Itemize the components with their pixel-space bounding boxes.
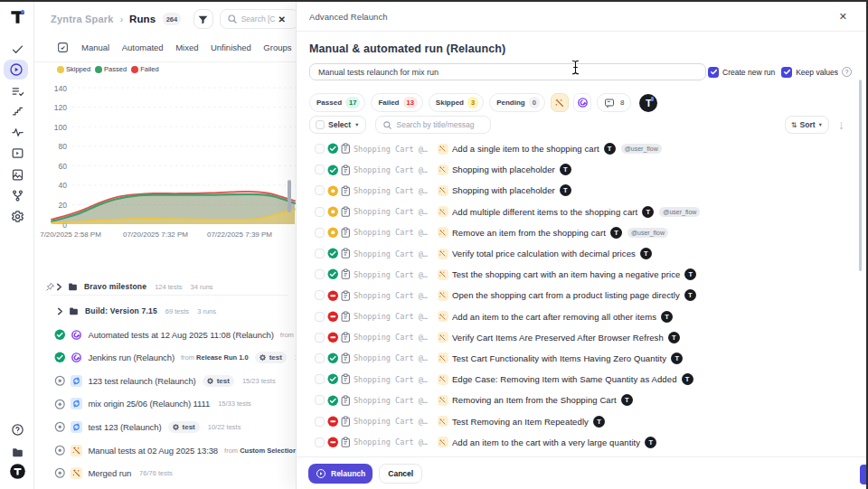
test-row[interactable]: Shopping Cart @… Add a single item to th… xyxy=(315,138,854,159)
test-title[interactable]: Add multiple different items to the shop… xyxy=(452,207,637,217)
group-name[interactable]: Build: Version 7.15 xyxy=(85,306,157,315)
checkbox-create-new-run[interactable] xyxy=(708,67,719,78)
run-title[interactable]: test 123 (Relaunch) xyxy=(89,422,162,432)
test-title[interactable]: Test Removing an Item Repeatedly xyxy=(452,417,589,427)
chip-pending[interactable]: Pending 0 xyxy=(489,93,545,112)
sort-dropdown[interactable]: ⇅ Sort ▼ xyxy=(785,116,829,134)
run-row[interactable]: Merged run 76/76 tests xyxy=(51,462,173,485)
run-title[interactable]: Manual tests at 02 Aug 2025 13:38 xyxy=(89,446,219,456)
test-checkbox[interactable] xyxy=(315,207,325,217)
tab-automated[interactable]: Automated xyxy=(122,42,164,52)
test-row[interactable]: Shopping Cart @… Test Cart Functionality… xyxy=(315,348,854,369)
test-title[interactable]: Verify Cart Items Are Preserved After Br… xyxy=(452,333,664,343)
test-row[interactable]: Shopping Cart @… Shopping with placehold… xyxy=(315,180,854,201)
run-title[interactable]: 123 test relaunch (Relaunch) xyxy=(89,376,196,386)
run-title[interactable]: mix origin 25/06 (Relaunch) 1111 xyxy=(89,399,211,409)
select-checkbox[interactable] xyxy=(316,120,325,129)
sidebar-item-branch[interactable] xyxy=(6,184,28,206)
cancel-button[interactable]: Cancel xyxy=(379,464,422,484)
test-checkbox[interactable] xyxy=(315,374,325,384)
test-row[interactable]: Shopping Cart @… Test the shopping cart … xyxy=(315,264,854,285)
test-title[interactable]: Shopping with placeholder xyxy=(452,165,555,174)
run-row[interactable]: mix origin 25/06 (Relaunch) 1111 15/33 t… xyxy=(51,392,251,416)
test-title[interactable]: Test Cart Functionality with Items Havin… xyxy=(452,353,666,363)
test-checkbox[interactable] xyxy=(315,417,325,427)
run-title[interactable]: Automated tests at 12 Aug 2025 11:08 (Re… xyxy=(89,330,274,340)
sidebar-item-pulse[interactable] xyxy=(6,121,28,143)
test-row[interactable]: Shopping Cart @… Verify total price calc… xyxy=(315,243,854,264)
runs-search-input[interactable]: Search [C ✕ xyxy=(220,9,299,29)
test-title[interactable]: Removing an Item from the Shopping Cart xyxy=(452,395,617,405)
test-checkbox[interactable] xyxy=(315,290,325,300)
test-title[interactable]: Add a single item to the shopping cart xyxy=(452,144,599,154)
sidebar-item-docs[interactable] xyxy=(6,164,28,185)
run-title[interactable]: Jenkins run (Relaunch) xyxy=(89,353,175,362)
sidebar-item-settings[interactable] xyxy=(6,206,28,228)
test-checkbox[interactable] xyxy=(315,228,325,238)
relaunch-button[interactable]: Relaunch xyxy=(308,464,373,484)
clear-search-icon[interactable]: ✕ xyxy=(278,14,285,24)
test-title[interactable]: Test the shopping cart with an item havi… xyxy=(452,269,681,279)
floating-widget-edge[interactable] xyxy=(860,465,866,484)
sidebar-item-profile[interactable] xyxy=(6,461,28,483)
run-title[interactable]: Merged run xyxy=(89,468,132,478)
select-runs-icon[interactable] xyxy=(57,42,69,53)
test-title[interactable]: Verify total price calculation with deci… xyxy=(452,249,636,259)
tests-search-input[interactable]: Search by title/messag xyxy=(375,116,491,134)
run-row[interactable]: Jenkins run (Relaunch) from Release Run … xyxy=(51,346,306,370)
test-row[interactable]: Shopping Cart @… Add an item to the cart… xyxy=(315,306,854,327)
chip-passed[interactable]: Passed 17 xyxy=(309,93,365,112)
chevron-right-icon[interactable] xyxy=(56,283,62,291)
test-checkbox[interactable] xyxy=(315,144,325,154)
tab-mixed[interactable]: Mixed xyxy=(175,42,198,52)
sidebar-item-runs-active[interactable] xyxy=(4,60,28,80)
help-icon[interactable]: ? xyxy=(842,67,852,77)
group-name[interactable]: Bravo milestone xyxy=(84,282,146,291)
chevron-right-icon[interactable] xyxy=(57,307,63,315)
test-title[interactable]: Edge Case: Removing Item with Same Quant… xyxy=(452,374,677,384)
test-checkbox[interactable] xyxy=(315,165,325,174)
test-checkbox[interactable] xyxy=(315,249,325,259)
test-checkbox[interactable] xyxy=(315,353,325,363)
tab-manual[interactable]: Manual xyxy=(81,42,109,52)
breadcrumb-page[interactable]: Runs xyxy=(129,14,156,24)
test-checkbox[interactable] xyxy=(315,312,325,322)
chip-manual-filter[interactable] xyxy=(551,93,569,112)
download-arrow-icon[interactable]: ↓ xyxy=(835,118,847,132)
close-icon[interactable]: ✕ xyxy=(839,11,847,23)
panel-scrollbar[interactable] xyxy=(859,80,862,271)
test-title[interactable]: Add an item to the cart after removing a… xyxy=(452,312,656,322)
select-dropdown[interactable]: Select ▼ xyxy=(309,116,366,134)
run-group-row[interactable]: Build: Version 7.15 69 tests3 runs xyxy=(51,299,216,323)
run-row[interactable]: Automated tests at 12 Aug 2025 11:08 (Re… xyxy=(51,323,294,346)
filter-button[interactable] xyxy=(193,9,213,29)
test-checkbox[interactable] xyxy=(315,269,325,279)
test-checkbox[interactable] xyxy=(315,395,325,405)
sidebar-item-run[interactable] xyxy=(6,143,28,165)
breadcrumb-project[interactable]: Zyntra Spark xyxy=(51,14,114,24)
chip-failed[interactable]: Failed 13 xyxy=(371,93,422,112)
assignee-avatar[interactable]: T xyxy=(639,94,657,112)
chip-comments[interactable]: 8 xyxy=(597,93,631,112)
test-title[interactable]: Remove an item from the shopping cart xyxy=(452,228,606,238)
run-name-input[interactable] xyxy=(309,63,706,80)
run-row[interactable]: 123 test relaunch (Relaunch) test 15/23 … xyxy=(51,369,276,392)
test-title[interactable]: Shopping with placeholder xyxy=(452,185,555,195)
sidebar-item-help[interactable] xyxy=(6,418,28,440)
test-row[interactable]: Shopping Cart @… Removing an Item from t… xyxy=(315,390,854,410)
sidebar-item-steps[interactable] xyxy=(6,99,28,121)
checkbox-keep-values[interactable] xyxy=(781,67,792,78)
test-checkbox[interactable] xyxy=(315,185,325,195)
sidebar-item-check[interactable] xyxy=(6,38,28,60)
test-row[interactable]: Shopping Cart @… Test Removing an Item R… xyxy=(315,410,854,431)
app-logo[interactable] xyxy=(9,8,26,25)
test-row[interactable]: Shopping Cart @… Verify Cart Items Are P… xyxy=(315,327,854,348)
test-row[interactable]: Shopping Cart @… Add an item to the cart… xyxy=(315,432,854,453)
test-row[interactable]: Shopping Cart @… Shopping with placehold… xyxy=(315,159,854,180)
test-row[interactable]: Shopping Cart @… Add multiple different … xyxy=(315,202,854,222)
test-checkbox[interactable] xyxy=(315,437,325,447)
left-pane-scrollbar[interactable] xyxy=(288,180,291,212)
tab-groups[interactable]: Groups xyxy=(263,42,291,52)
test-checkbox[interactable] xyxy=(315,333,325,343)
test-row[interactable]: Shopping Cart @… Remove an item from the… xyxy=(315,222,854,243)
